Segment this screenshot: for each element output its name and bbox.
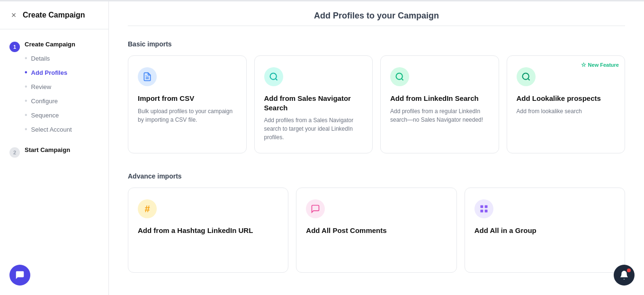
sidebar-item-sequence[interactable]: Sequence <box>25 109 75 121</box>
post-comments-icon <box>306 199 325 218</box>
notification-dot <box>627 268 631 272</box>
post-comments-card[interactable]: Add All Post Comments <box>296 188 456 273</box>
post-comments-title: Add All Post Comments <box>306 226 447 235</box>
step-1-label: Create Campaign <box>25 41 75 48</box>
group-title: Add All in a Group <box>474 226 615 235</box>
notification-widget[interactable] <box>614 265 635 286</box>
svg-rect-11 <box>484 210 487 213</box>
step-2-items: Start Campaign <box>25 146 70 155</box>
lookalike-icon <box>517 67 536 86</box>
svg-rect-10 <box>480 210 483 213</box>
svg-line-3 <box>275 79 277 80</box>
group-icon <box>474 199 493 218</box>
sidebar-title: Create Campaign <box>23 11 85 19</box>
sidebar-item-add-profiles[interactable]: Add Profiles <box>25 67 75 78</box>
star-icon: ☆ <box>581 62 586 68</box>
new-feature-label: New Feature <box>588 62 619 68</box>
sales-nav-title: Add from Sales Navigator Search <box>264 94 363 112</box>
svg-point-4 <box>396 73 402 80</box>
import-csv-card[interactable]: Import from CSV Bulk upload profiles to … <box>128 55 247 153</box>
linkedin-search-desc: Add profiles from a regular LinkedIn sea… <box>390 107 489 124</box>
advance-imports-label: Advance imports <box>128 172 625 180</box>
svg-point-6 <box>522 73 528 80</box>
sales-nav-desc: Add profiles from a Sales Navigator sear… <box>264 116 363 142</box>
linkedin-search-card[interactable]: Add from LinkedIn Search Add profiles fr… <box>380 55 499 153</box>
step-1-number: 1 <box>9 42 20 52</box>
svg-rect-9 <box>484 206 487 208</box>
sales-nav-icon <box>264 67 283 86</box>
svg-point-2 <box>270 73 276 80</box>
group-card[interactable]: Add All in a Group <box>465 188 625 273</box>
svg-line-7 <box>528 79 529 80</box>
step-2-group: 2 Start Campaign <box>0 144 108 160</box>
step-1-group: 1 Create Campaign Details Add Profiles R… <box>0 39 108 137</box>
svg-rect-8 <box>480 206 483 208</box>
lookalike-title: Add Lookalike prospects <box>517 94 616 103</box>
sales-navigator-card[interactable]: Add from Sales Navigator Search Add prof… <box>254 55 373 153</box>
sidebar: × Create Campaign 1 Create Campaign Deta… <box>0 1 109 295</box>
sidebar-item-details[interactable]: Details <box>25 53 75 64</box>
sidebar-item-select-account[interactable]: Select Account <box>25 124 75 135</box>
hashtag-title: Add from a Hashtag LinkedIn URL <box>138 226 278 235</box>
new-feature-badge: ☆ New Feature <box>581 62 619 68</box>
linkedin-search-icon <box>390 67 409 86</box>
chat-widget[interactable] <box>9 265 30 286</box>
csv-icon <box>138 67 157 86</box>
csv-desc: Bulk upload profiles to your campaign by… <box>138 107 237 124</box>
sidebar-steps: 1 Create Campaign Details Add Profiles R… <box>0 29 108 287</box>
step-2-number: 2 <box>9 147 20 158</box>
page-heading: Add Profiles to your Campaign <box>128 11 625 21</box>
close-icon[interactable]: × <box>9 11 18 19</box>
advance-imports-grid: # Add from a Hashtag LinkedIn URL Add Al… <box>128 188 625 273</box>
csv-title: Import from CSV <box>138 94 237 103</box>
basic-imports-label: Basic imports <box>128 40 625 48</box>
step-2-label: Start Campaign <box>25 146 70 153</box>
sidebar-header: × Create Campaign <box>0 11 108 29</box>
basic-imports-grid: Import from CSV Bulk upload profiles to … <box>128 55 625 153</box>
sidebar-item-review[interactable]: Review <box>25 81 75 92</box>
sidebar-item-configure[interactable]: Configure <box>25 95 75 107</box>
hashtag-card[interactable]: # Add from a Hashtag LinkedIn URL <box>128 188 288 273</box>
lookalike-desc: Add from lookalike search <box>517 107 616 116</box>
hashtag-icon: # <box>138 199 157 218</box>
page-heading-area: Add Profiles to your Campaign <box>128 1 625 26</box>
linkedin-search-title: Add from LinkedIn Search <box>390 94 489 103</box>
svg-line-5 <box>402 79 403 80</box>
main-content: Add Profiles to your Campaign Basic impo… <box>109 1 644 295</box>
step-1-items: Create Campaign Details Add Profiles Rev… <box>25 41 75 135</box>
lookalike-card[interactable]: ☆ New Feature Add Lookalike prospects Ad… <box>507 55 626 153</box>
